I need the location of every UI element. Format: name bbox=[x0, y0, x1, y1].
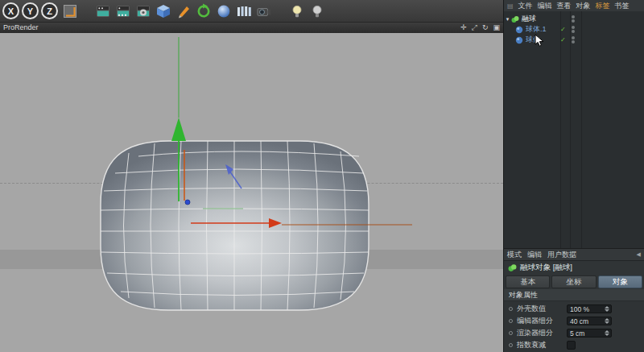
object-row-metaball[interactable]: ▾ 融球 bbox=[504, 14, 644, 24]
pen-icon[interactable] bbox=[174, 2, 192, 20]
attribute-tabs: 基本 坐标 对象 bbox=[504, 275, 644, 289]
light-off-icon[interactable] bbox=[308, 2, 326, 20]
metaball-object[interactable] bbox=[101, 141, 369, 310]
column-divider bbox=[570, 11, 571, 248]
panel-grip-icon: ▤ bbox=[507, 2, 514, 10]
maximize-view-icon[interactable]: ▣ bbox=[493, 23, 500, 33]
metaball-icon bbox=[508, 263, 517, 272]
light-on-icon[interactable] bbox=[287, 2, 306, 20]
editor-subdivision-value: 40 cm bbox=[570, 317, 604, 325]
attribute-object-title-row: 融球对象 [融球] bbox=[504, 261, 644, 275]
attribute-manager-menu: 模式 编辑 用户数据 ◀ bbox=[504, 249, 644, 261]
render-picture-icon[interactable] bbox=[114, 2, 132, 20]
property-row-editor-subdivision: 编辑器细分 40 cm bbox=[504, 316, 644, 326]
camera-icon[interactable] bbox=[254, 2, 273, 20]
top-toolbar: X Y Z bbox=[0, 0, 503, 23]
object-row-sphere[interactable]: 球体 ✓ bbox=[504, 35, 644, 45]
axis-z-button[interactable]: Z bbox=[41, 2, 58, 19]
render-view-icon[interactable] bbox=[93, 2, 112, 20]
exponential-falloff-checkbox[interactable] bbox=[567, 341, 576, 350]
visibility-dots[interactable] bbox=[572, 36, 575, 43]
property-label: 外壳数值 bbox=[517, 304, 559, 314]
om-menu-bookmarks[interactable]: 书签 bbox=[615, 1, 630, 11]
visibility-dots[interactable] bbox=[572, 15, 575, 23]
editor-subdivision-spinner[interactable] bbox=[604, 318, 610, 324]
am-menu-userdata[interactable]: 用户数据 bbox=[547, 250, 576, 260]
enabled-check-icon[interactable]: ✓ bbox=[560, 35, 566, 45]
keyframe-dot-icon[interactable] bbox=[509, 307, 513, 311]
visibility-dots[interactable] bbox=[572, 26, 575, 33]
tab-basic[interactable]: 基本 bbox=[506, 275, 550, 288]
scene-canvas bbox=[0, 23, 503, 352]
attribute-object-title: 融球对象 [融球] bbox=[520, 263, 572, 273]
render-settings-icon[interactable] bbox=[134, 2, 152, 20]
rotate-view-icon[interactable]: ↻ bbox=[482, 23, 489, 33]
property-label: 指数衰减 bbox=[517, 340, 559, 350]
mouse-cursor bbox=[535, 34, 544, 48]
zoom-view-icon[interactable]: ⤢ bbox=[472, 23, 477, 33]
section-header-object-properties: 对象属性 bbox=[504, 289, 644, 301]
tab-object[interactable]: 对象 bbox=[598, 275, 642, 288]
keyframe-dot-icon[interactable] bbox=[509, 319, 513, 323]
tab-coordinates[interactable]: 坐标 bbox=[551, 275, 596, 288]
am-menu-mode[interactable]: 模式 bbox=[507, 250, 522, 260]
object-manager: ▤ 文件 编辑 查看 对象 标签 书签 ▾ 融球 bbox=[504, 0, 644, 248]
keyframe-dot-icon[interactable] bbox=[509, 331, 513, 335]
axis-y-button[interactable]: Y bbox=[22, 2, 39, 19]
attribute-manager: 模式 编辑 用户数据 ◀ 融球对象 [融球] 基本 坐标 对象 对象属性 外壳数… bbox=[504, 248, 644, 352]
property-row-exponential-falloff: 指数衰减 bbox=[504, 340, 644, 350]
section-header-label: 对象属性 bbox=[509, 290, 538, 300]
property-row-hull-value: 外壳数值 100 % bbox=[504, 304, 644, 314]
om-menu-tags[interactable]: 标签 bbox=[596, 1, 610, 11]
render-subdivision-input[interactable]: 5 cm bbox=[567, 329, 612, 338]
column-divider bbox=[560, 11, 561, 248]
generator-icon[interactable] bbox=[194, 2, 213, 20]
workplane-icon[interactable] bbox=[60, 2, 79, 20]
sphere-icon bbox=[515, 36, 524, 44]
viewport-renderer-label: ProRender bbox=[3, 23, 39, 33]
axis-x-button[interactable]: X bbox=[2, 2, 19, 19]
metaball-icon bbox=[511, 15, 520, 23]
om-menu-edit[interactable]: 编辑 bbox=[538, 1, 552, 11]
array-icon[interactable] bbox=[234, 2, 253, 20]
column-divider bbox=[581, 11, 582, 248]
sphere-tool-icon[interactable] bbox=[214, 2, 233, 20]
viewport-nav-icons: ✛ ⤢ ↻ ▣ bbox=[460, 23, 500, 33]
hull-value: 100 % bbox=[570, 305, 604, 313]
enabled-check-icon[interactable]: ✓ bbox=[560, 24, 566, 35]
viewport-title-bar: ProRender ✛ ⤢ ↻ ▣ bbox=[0, 23, 503, 33]
hull-value-input[interactable]: 100 % bbox=[567, 304, 612, 313]
render-subdivision-value: 5 cm bbox=[570, 329, 604, 338]
om-menu-file[interactable]: 文件 bbox=[518, 1, 533, 11]
property-row-render-subdivision: 渲染器细分 5 cm bbox=[504, 328, 644, 338]
cube-icon[interactable] bbox=[154, 2, 172, 20]
sphere-icon bbox=[515, 26, 524, 34]
object-row-sphere-1[interactable]: 球体.1 ✓ bbox=[504, 24, 644, 35]
property-label: 渲染器细分 bbox=[517, 328, 559, 338]
editor-subdivision-input[interactable]: 40 cm bbox=[567, 317, 612, 325]
am-menu-edit[interactable]: 编辑 bbox=[527, 250, 542, 260]
keyframe-dot-icon[interactable] bbox=[509, 343, 513, 347]
hull-value-spinner[interactable] bbox=[604, 306, 610, 312]
om-menu-view[interactable]: 查看 bbox=[557, 1, 572, 11]
expand-arrow-icon[interactable]: ▾ bbox=[504, 16, 511, 23]
object-name: 融球 bbox=[522, 14, 536, 24]
panel-collapse-icon[interactable]: ◀ bbox=[637, 251, 641, 258]
om-menu-object[interactable]: 对象 bbox=[576, 1, 591, 11]
render-subdivision-spinner[interactable] bbox=[604, 330, 610, 336]
origin-handle[interactable] bbox=[185, 200, 190, 205]
object-tree: ▾ 融球 球体.1 ✓ 球体 bbox=[504, 11, 644, 248]
pan-view-icon[interactable]: ✛ bbox=[460, 23, 467, 33]
viewport-3d[interactable]: ProRender ✛ ⤢ ↻ ▣ bbox=[0, 23, 503, 352]
object-manager-menu: ▤ 文件 编辑 查看 对象 标签 书签 bbox=[504, 0, 644, 12]
property-label: 编辑器细分 bbox=[517, 316, 559, 326]
right-panel: ▤ 文件 编辑 查看 对象 标签 书签 ▾ 融球 bbox=[503, 0, 644, 352]
